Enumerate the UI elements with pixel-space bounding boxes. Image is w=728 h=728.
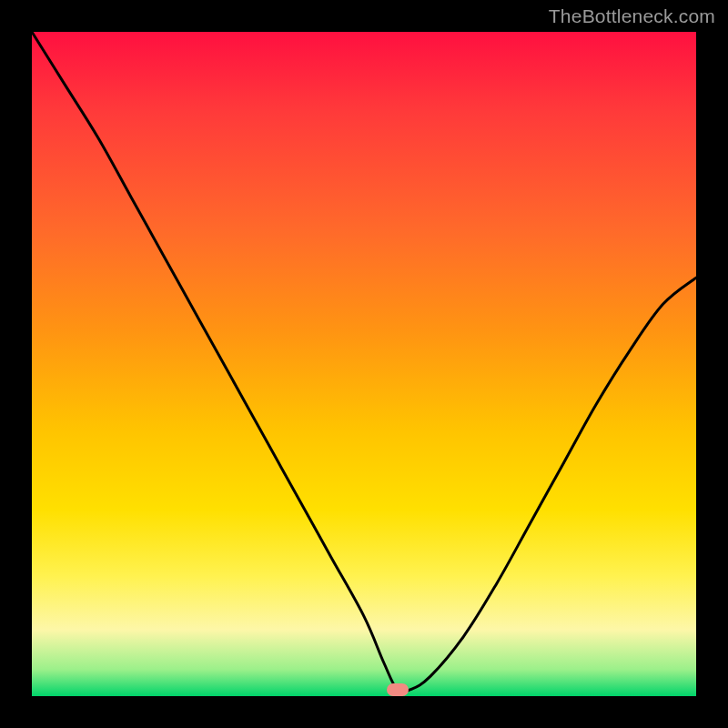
curve-svg [32,32,696,696]
bottleneck-curve [32,32,696,693]
plot-area [32,32,696,696]
optimum-marker [387,683,409,696]
watermark-text: TheBottleneck.com [549,5,715,27]
chart-frame: TheBottleneck.com [0,0,728,728]
